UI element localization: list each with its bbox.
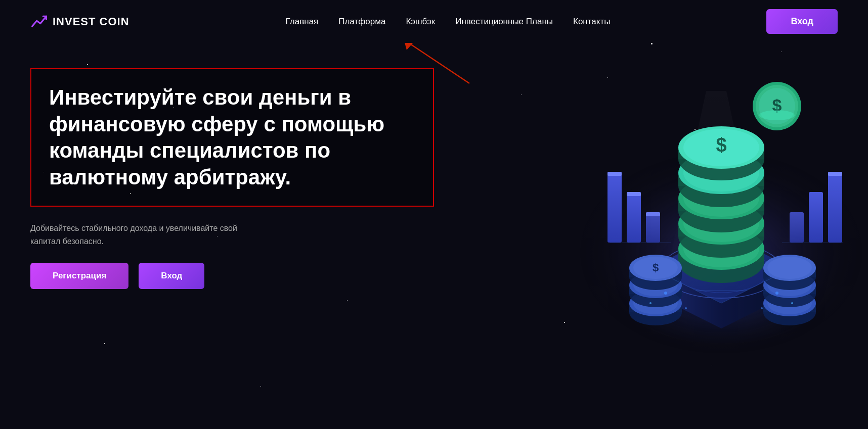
nav-item-platform[interactable]: Платформа <box>338 17 385 27</box>
action-buttons: Регистрация Вход <box>30 263 434 289</box>
login-button-hero[interactable]: Вход <box>139 263 204 289</box>
svg-rect-11 <box>646 212 660 216</box>
hero-illustration: $ $ <box>509 61 868 404</box>
brand-name: INVEST COIN <box>53 15 129 28</box>
hero-subtitle: Добивайтесь стабильного дохода и увеличи… <box>30 222 243 248</box>
svg-rect-8 <box>627 192 641 243</box>
main-nav: Главная Платформа Кэшбэк Инвестиционные … <box>286 17 611 27</box>
svg-point-75 <box>775 292 778 295</box>
svg-point-72 <box>664 292 667 295</box>
nav-item-cashback[interactable]: Кэшбэк <box>406 17 435 27</box>
svg-text:$: $ <box>653 261 659 274</box>
svg-rect-0 <box>30 13 49 31</box>
svg-rect-6 <box>607 172 622 243</box>
nav-item-plans[interactable]: Инвестиционные Планы <box>455 17 553 27</box>
register-button[interactable]: Регистрация <box>30 263 128 289</box>
hero-title: Инвестируйте свои деньги в финансовую сф… <box>49 84 415 190</box>
svg-rect-13 <box>809 192 823 243</box>
svg-text:$: $ <box>716 134 726 156</box>
svg-point-73 <box>685 307 687 309</box>
login-button-header[interactable]: Вход <box>766 9 838 34</box>
main-content: Инвестируйте свои деньги в финансовую сф… <box>0 43 868 422</box>
svg-rect-9 <box>627 192 641 196</box>
nav-item-contacts[interactable]: Контакты <box>573 17 610 27</box>
svg-point-74 <box>649 302 652 304</box>
right-section: $ $ <box>509 43 868 422</box>
header: INVEST COIN Главная Платформа Кэшбэк Инв… <box>0 0 868 43</box>
svg-rect-7 <box>607 172 622 176</box>
svg-point-71 <box>759 110 795 120</box>
isometric-svg: $ $ <box>509 61 868 404</box>
svg-rect-15 <box>828 172 842 176</box>
svg-point-77 <box>791 302 793 304</box>
svg-point-76 <box>761 307 763 309</box>
svg-rect-10 <box>646 212 660 243</box>
left-section: Инвестируйте свои деньги в финансовую сф… <box>30 58 434 289</box>
logo-icon <box>30 13 49 31</box>
svg-point-66 <box>767 257 812 279</box>
hero-box: Инвестируйте свои деньги в финансовую сф… <box>30 68 434 207</box>
logo[interactable]: INVEST COIN <box>30 13 129 31</box>
svg-rect-14 <box>828 172 842 243</box>
nav-item-home[interactable]: Главная <box>286 17 319 27</box>
svg-rect-12 <box>790 212 804 243</box>
